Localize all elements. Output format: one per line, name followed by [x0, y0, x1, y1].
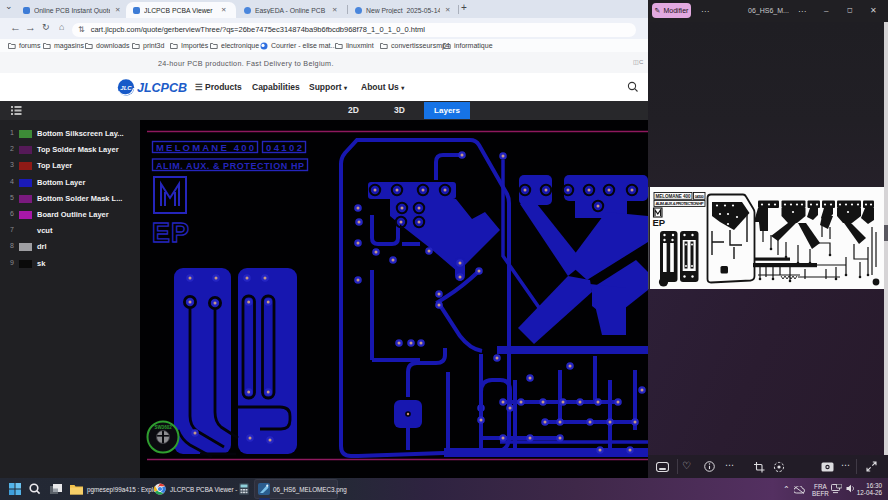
- svg-text:JLC: JLC: [120, 85, 132, 91]
- svg-text:04100: 04100: [695, 194, 705, 199]
- svg-text:MELOMANE 400: MELOMANE 400: [656, 194, 691, 199]
- svg-text:MELOMANE 400: MELOMANE 400: [156, 142, 254, 153]
- svg-text:EP: EP: [653, 217, 666, 228]
- svg-text:EP: EP: [152, 218, 190, 248]
- svg-text:JLCPCB: JLCPCB: [137, 81, 187, 95]
- svg-text:SW3602: SW3602: [154, 425, 172, 430]
- svg-text:04102: 04102: [266, 142, 302, 153]
- svg-text:ALIM. AUX. & PROTECTION HP: ALIM. AUX. & PROTECTION HP: [156, 161, 304, 171]
- svg-text:ALIM. AUX. & PROTECTION HP: ALIM. AUX. & PROTECTION HP: [656, 201, 704, 206]
